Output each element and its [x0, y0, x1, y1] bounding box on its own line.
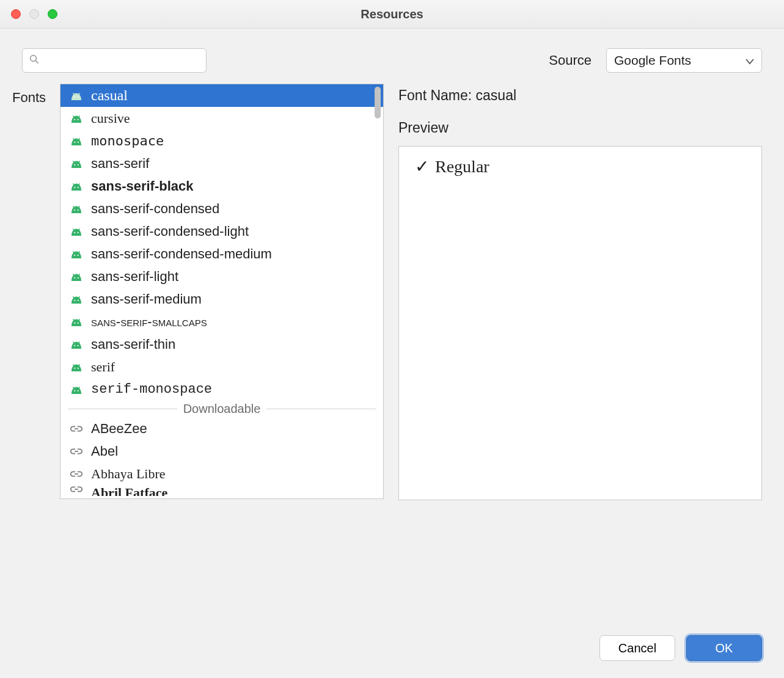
source-select[interactable]: Google Fonts: [606, 48, 762, 73]
font-row-Abhaya Libre[interactable]: Abhaya Libre: [60, 462, 383, 485]
svg-point-19: [78, 277, 79, 278]
source-label: Source: [549, 53, 592, 68]
font-row-label: sans-serif-black: [91, 178, 194, 194]
android-icon: [69, 295, 84, 304]
fonts-label: Fonts: [12, 84, 50, 106]
font-row-sans-serif-condensed-medium[interactable]: sans-serif-condensed-medium: [60, 242, 383, 265]
font-row-sans-serif-smallcaps[interactable]: sans-serif-smallcaps: [60, 310, 383, 333]
preview-item[interactable]: ✓Regular: [415, 156, 746, 177]
font-list[interactable]: casualcursivemonospacesans-serifsans-ser…: [60, 84, 384, 499]
font-name-label: Font Name:: [398, 87, 472, 103]
android-icon: [69, 385, 84, 394]
right-column: Font Name: casual Preview ✓Regular: [398, 84, 762, 500]
svg-point-4: [74, 118, 75, 120]
font-row-sans-serif-condensed[interactable]: sans-serif-condensed: [60, 197, 383, 220]
svg-point-21: [78, 299, 79, 301]
font-row-sans-serif-medium[interactable]: sans-serif-medium: [60, 288, 383, 310]
android-icon: [69, 159, 84, 168]
font-row-sans-serif[interactable]: sans-serif: [60, 152, 383, 175]
check-icon: ✓: [415, 156, 429, 177]
font-row-sans-serif-light[interactable]: sans-serif-light: [60, 265, 383, 288]
link-icon: [69, 470, 84, 478]
svg-point-18: [74, 277, 75, 278]
svg-point-3: [78, 96, 79, 97]
toolbar: Source Google Fonts: [0, 29, 784, 84]
font-row-label: sans-serif-condensed: [91, 201, 219, 217]
svg-point-17: [78, 254, 79, 255]
minimize-window-button[interactable]: [29, 9, 39, 19]
scrollbar[interactable]: [373, 86, 382, 497]
svg-point-6: [74, 141, 75, 142]
font-row-label: Abel: [91, 443, 118, 459]
font-row-label: sans-serif: [91, 156, 149, 172]
android-icon: [69, 340, 84, 349]
scrollbar-thumb[interactable]: [375, 87, 381, 118]
font-row-label: sans-serif-condensed-medium: [91, 246, 272, 262]
preview-item-label: Regular: [435, 157, 489, 177]
android-icon: [69, 205, 84, 213]
android-icon: [69, 227, 84, 236]
svg-point-24: [74, 344, 75, 346]
svg-point-0: [31, 55, 37, 61]
android-icon: [69, 363, 84, 371]
window-controls: [0, 9, 57, 19]
font-row-sans-serif-thin[interactable]: sans-serif-thin: [60, 333, 383, 355]
font-name-line: Font Name: casual: [398, 87, 762, 104]
svg-point-23: [78, 322, 79, 323]
svg-point-22: [74, 322, 75, 323]
svg-point-13: [78, 209, 79, 210]
dialog-footer: Cancel OK: [599, 635, 762, 661]
svg-point-15: [78, 231, 79, 233]
font-row-label: sans-serif-condensed-light: [91, 224, 249, 239]
font-row-casual[interactable]: casual: [60, 84, 383, 107]
search-input[interactable]: [43, 54, 200, 67]
maximize-window-button[interactable]: [48, 9, 57, 19]
search-input-wrap[interactable]: [22, 48, 207, 73]
svg-point-29: [78, 390, 79, 391]
svg-point-28: [74, 390, 75, 391]
font-row-ABeeZee[interactable]: ABeeZee: [60, 417, 383, 440]
font-row-Abril Fatface[interactable]: Abril Fatface: [60, 485, 383, 496]
preview-box: ✓Regular: [398, 146, 762, 500]
svg-point-10: [74, 186, 75, 188]
svg-point-25: [78, 344, 79, 346]
preview-label: Preview: [398, 120, 762, 136]
svg-point-16: [74, 254, 75, 255]
android-icon: [69, 318, 84, 326]
source-select-value: Google Fonts: [614, 53, 691, 68]
font-row-label: sans-serif-medium: [91, 291, 202, 307]
left-column: Fonts casualcursivemonospacesans-serifsa…: [12, 84, 384, 499]
ok-button[interactable]: OK: [686, 635, 762, 661]
font-row-label: serif: [91, 359, 115, 375]
font-row-serif-monospace[interactable]: serif-monospace: [60, 378, 383, 401]
svg-point-20: [74, 299, 75, 301]
android-icon: [69, 272, 84, 281]
font-row-cursive[interactable]: cursive: [60, 107, 383, 129]
svg-point-27: [78, 367, 79, 368]
svg-point-2: [74, 96, 75, 97]
font-row-label: cursive: [91, 111, 130, 126]
svg-point-11: [78, 186, 79, 188]
svg-point-8: [74, 164, 75, 165]
cancel-button[interactable]: Cancel: [599, 635, 675, 661]
font-row-label: sans-serif-thin: [91, 337, 175, 352]
font-row-Abel[interactable]: Abel: [60, 440, 383, 462]
svg-point-9: [78, 164, 79, 165]
titlebar: Resources: [0, 0, 784, 29]
font-row-label: sans-serif-smallcaps: [91, 314, 207, 330]
close-window-button[interactable]: [11, 9, 21, 19]
android-icon: [69, 114, 84, 123]
section-downloadable: Downloadable: [60, 401, 383, 417]
svg-point-12: [74, 209, 75, 210]
svg-line-1: [35, 60, 38, 63]
svg-point-26: [74, 367, 75, 368]
font-row-sans-serif-condensed-light[interactable]: sans-serif-condensed-light: [60, 220, 383, 242]
font-row-monospace[interactable]: monospace: [60, 129, 383, 152]
android-icon: [69, 92, 84, 100]
font-row-serif[interactable]: serif: [60, 355, 383, 378]
font-row-label: sans-serif-light: [91, 269, 178, 285]
font-row-label: monospace: [91, 133, 164, 148]
content: Fonts casualcursivemonospacesans-serifsa…: [0, 84, 784, 500]
font-row-sans-serif-black[interactable]: sans-serif-black: [60, 175, 383, 197]
font-row-label: casual: [91, 87, 128, 104]
